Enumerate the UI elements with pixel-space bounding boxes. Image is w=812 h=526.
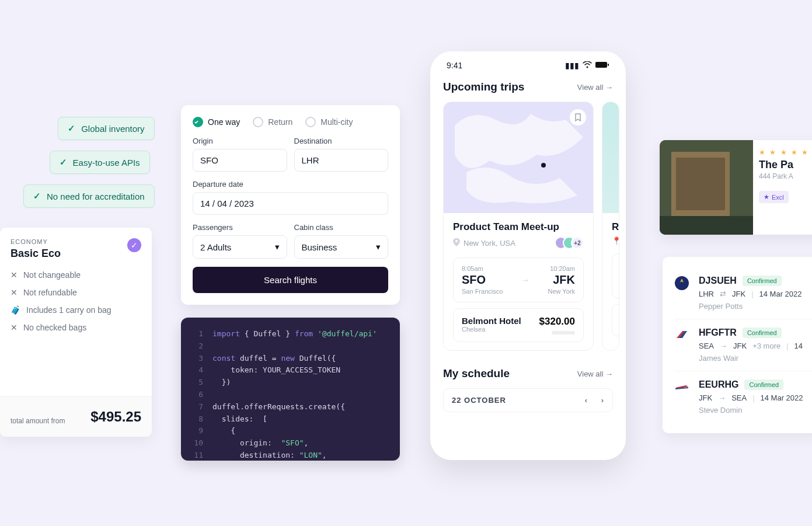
trip-map	[444, 102, 593, 213]
svg-point-0	[587, 67, 588, 68]
trip-card[interactable]: Product Team Meet-up New York, USA	[443, 102, 594, 351]
fare-features-list: ✕Not changeable ✕Not refundable 🧳Include…	[11, 270, 141, 332]
trip-type-radio-group: One way Return Multi-city	[193, 117, 388, 127]
radio-multi-city[interactable]: Multi-city	[305, 117, 353, 127]
status-badge: Confirmed	[743, 276, 782, 286]
route-to: JFK	[732, 290, 745, 298]
bookmark-icon[interactable]	[570, 109, 586, 126]
origin-input[interactable]: SFO	[193, 149, 287, 172]
schedule-date-picker[interactable]: 22 OCTOBER ‹ ›	[443, 388, 613, 412]
svg-rect-1	[595, 62, 607, 68]
booking-code: EEURHG	[699, 379, 738, 390]
search-flights-button[interactable]: Search flights	[193, 267, 388, 293]
booking-date: 14 Mar 2022	[759, 290, 802, 298]
svg-point-4	[541, 163, 546, 168]
feature-pill: ✓ Easy-to-use APIs	[50, 151, 150, 174]
destination-label: Destination	[294, 137, 389, 145]
radio-label: One way	[208, 117, 240, 127]
booking-date: 14	[794, 342, 803, 350]
feature-pill-label: Easy-to-use APIs	[73, 158, 140, 168]
price-placeholder	[552, 331, 575, 335]
radio-label: Return	[268, 117, 292, 127]
bag-icon: 🧳	[11, 305, 20, 315]
location-pin-icon: 📍	[612, 236, 619, 245]
booking-row[interactable]: HFGFTR Confirmed SEA → JFK +3 more | 14 …	[674, 319, 812, 371]
location-pin-icon	[453, 238, 460, 248]
airline-logo-icon	[674, 276, 689, 291]
svg-point-10	[675, 276, 689, 290]
fare-feature: ✕Not changeable	[11, 270, 141, 280]
x-icon: ✕	[11, 323, 18, 332]
hotel-name: Belmont Hotel	[462, 316, 521, 326]
fare-feature: 🧳Includes 1 carry on bag	[11, 305, 141, 315]
fare-feature-text: No checked bags	[23, 323, 86, 332]
airline-logo-icon	[674, 328, 689, 343]
total-amount: $495.25	[90, 409, 141, 425]
passenger-name: Pepper Potts	[699, 302, 812, 311]
flight-segment: 8:3 JF Ne	[612, 253, 619, 298]
radio-dot-icon	[253, 117, 263, 127]
status-badge: Confirmed	[744, 379, 783, 390]
trip-title: Product Team Meet-up	[453, 221, 584, 233]
route-arrow-icon: ⇄	[720, 290, 726, 298]
passengers-select[interactable]: 2 Adults ▾	[193, 235, 287, 259]
exclusive-badge: ★ Excl	[759, 191, 789, 203]
star-icon: ★	[764, 193, 769, 201]
cabin-class-select[interactable]: Business ▾	[294, 235, 389, 259]
origin-label: Origin	[193, 137, 287, 145]
route-arrow-icon: →	[720, 342, 727, 350]
hotel-result-card[interactable]: ★ ★ ★ ★ ★ The Pa 444 Park A ★ Excl	[660, 140, 812, 235]
check-icon: ✓	[33, 191, 41, 201]
chevron-left-icon[interactable]: ‹	[585, 396, 588, 405]
hotel-name: The Pa	[759, 159, 809, 171]
x-icon: ✕	[11, 270, 18, 280]
trip-location: New York, USA	[463, 239, 515, 248]
route-extra: +3 more	[752, 342, 780, 350]
fare-feature-text: Not refundable	[23, 288, 77, 297]
airline-logo-icon	[674, 379, 689, 395]
svg-point-5	[455, 240, 458, 242]
radio-dot-icon	[305, 117, 316, 127]
route-from: SEA	[699, 342, 714, 350]
hotel-address: 444 Park A	[759, 172, 809, 180]
feature-pill-label: No need for accreditation	[47, 191, 145, 201]
route-to: SEA	[731, 393, 747, 402]
arrival-time: 10:20am	[548, 265, 575, 272]
booking-date: 14 Mar 2022	[761, 393, 803, 402]
route-from: JFK	[699, 393, 712, 402]
total-label: total amount from	[11, 417, 65, 425]
trip-card-peek[interactable]: R& 📍 8:3 JF Ne Te Tec	[602, 102, 619, 351]
star-rating: ★ ★ ★ ★ ★	[759, 148, 809, 156]
trip-avatars: +2	[559, 236, 584, 249]
status-time: 9:41	[447, 61, 462, 70]
radio-return[interactable]: Return	[253, 117, 292, 127]
feature-pill: ✓ Global inventory	[58, 117, 154, 140]
status-bar: 9:41 ▮▮▮	[430, 51, 626, 75]
check-icon: ✓	[60, 157, 67, 168]
view-all-link[interactable]: View all →	[577, 370, 613, 378]
fare-card[interactable]: ECONOMY Basic Eco ✓ ✕Not changeable ✕Not…	[0, 228, 152, 437]
departure-city: San Francisco	[462, 288, 503, 295]
booking-row[interactable]: DJSUEH Confirmed LHR ⇄ JFK | 14 Mar 2022…	[674, 267, 812, 319]
booking-row[interactable]: EEURHG Confirmed JFK → SEA | 14 Mar 2022…	[674, 371, 812, 423]
arrival-city: New York	[548, 288, 575, 295]
fare-feature-text: Not changeable	[23, 270, 81, 280]
departure-date-input[interactable]: 14 / 04 / 2023	[193, 192, 388, 215]
passenger-name: Steve Domin	[699, 406, 812, 414]
battery-icon	[595, 61, 609, 70]
trip-map	[602, 102, 619, 213]
fare-name: Basic Eco	[11, 248, 61, 260]
departure-time: 8:05am	[462, 265, 503, 272]
destination-input[interactable]: LHR	[294, 149, 389, 172]
radio-dot-icon	[193, 117, 203, 127]
wifi-icon	[583, 61, 592, 70]
schedule-date: 22 OCTOBER	[452, 396, 506, 405]
cabin-value: Business	[302, 242, 337, 252]
svg-rect-9	[660, 216, 753, 235]
chevron-right-icon[interactable]: ›	[601, 396, 604, 405]
view-all-link[interactable]: View all →	[577, 83, 613, 92]
flight-search-card: One way Return Multi-city Origin SFO Des…	[181, 105, 400, 305]
hotel-summary: Belmont Hotel Chelsea $320.00	[453, 308, 584, 342]
radio-one-way[interactable]: One way	[193, 117, 240, 127]
route-to: JFK	[733, 342, 747, 350]
